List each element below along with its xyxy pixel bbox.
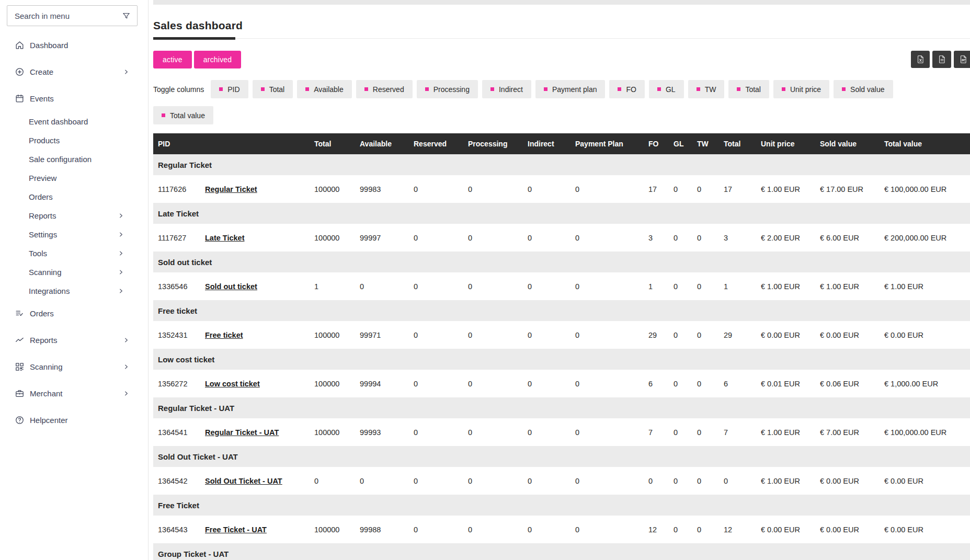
cell-total-value: € 0.00 EUR: [884, 477, 970, 485]
cell-indirect: 0: [528, 282, 575, 291]
sidebar-item-helpcenter[interactable]: Helpcenter: [0, 407, 148, 433]
cell-tw: 0: [697, 525, 724, 534]
cell-fo: 7: [648, 428, 674, 437]
chip-label: Total value: [170, 111, 205, 120]
sidebar-item-products[interactable]: Products: [0, 131, 148, 150]
toggle-chip-total[interactable]: Total: [728, 80, 769, 98]
sidebar-item-events[interactable]: Events: [0, 85, 148, 112]
toggle-chip-indirect[interactable]: Indirect: [482, 80, 531, 98]
chevron-right-icon: [118, 269, 124, 275]
sidebar-item-label: Merchant: [30, 389, 63, 398]
ticket-link[interactable]: Late Ticket: [205, 234, 245, 242]
horizontal-scrollbar[interactable]: [153, 0, 970, 5]
ticket-link[interactable]: Free ticket: [205, 331, 243, 339]
sidebar-item-preview[interactable]: Preview: [0, 168, 148, 187]
cell-total-2: 6: [724, 380, 761, 388]
toggle-chip-gl[interactable]: GL: [649, 80, 684, 98]
toggle-chip-total-value[interactable]: Total value: [153, 106, 213, 124]
cell-available: 0: [360, 477, 414, 485]
chevron-right-icon: [123, 364, 129, 370]
cell-sold-value: € 17.00 EUR: [820, 185, 884, 193]
toggle-chip-tw[interactable]: TW: [688, 80, 725, 98]
cell-sold-value: € 0.06 EUR: [820, 380, 884, 388]
sidebar-item-dashboard[interactable]: Dashboard: [0, 32, 148, 59]
header-cell-processing: Processing: [468, 140, 528, 148]
group-header-row: Free ticket: [153, 300, 970, 321]
filter-icon[interactable]: [122, 12, 131, 20]
sidebar-item-label: Settings: [29, 230, 57, 239]
ticket-link[interactable]: Free Ticket - UAT: [205, 525, 267, 534]
cell-indirect: 0: [528, 477, 575, 485]
cell-pid: 1356272: [153, 380, 205, 388]
ticket-link[interactable]: Regular Ticket: [205, 185, 257, 193]
toggle-chip-available[interactable]: Available: [297, 80, 352, 98]
cell-payment-plan: 0: [575, 525, 648, 534]
cell-processing: 0: [468, 428, 528, 437]
chip-label: Sold value: [850, 85, 884, 94]
cell-total-2: 7: [724, 428, 761, 437]
group-header-row: Free Ticket: [153, 495, 970, 516]
cell-unit-price: € 1.00 EUR: [761, 428, 820, 437]
chip-bullet-icon: [425, 87, 429, 91]
toggle-chips-row2: Total value: [153, 106, 970, 124]
sidebar-item-reports[interactable]: Reports: [0, 206, 148, 225]
toggle-chip-unit-price[interactable]: Unit price: [773, 80, 829, 98]
file-pdf-export-button[interactable]: [954, 51, 970, 68]
cell-fo: 29: [648, 331, 674, 339]
sidebar-item-reports[interactable]: Reports: [0, 327, 148, 353]
toggle-chip-sold-value[interactable]: Sold value: [834, 80, 893, 98]
sidebar-item-event-dashboard[interactable]: Event dashboard: [0, 112, 148, 131]
ticket-link[interactable]: Sold Out Ticket - UAT: [205, 477, 282, 485]
sidebar-item-sale-configuration[interactable]: Sale configuration: [0, 150, 148, 168]
sidebar-item-integrations[interactable]: Integrations: [0, 281, 148, 300]
sidebar-item-label: Scanning: [29, 268, 62, 277]
menu-search-input[interactable]: [7, 12, 122, 20]
qr-icon: [14, 362, 25, 372]
sidebar-item-label: Orders: [30, 309, 54, 318]
sidebar-item-merchant[interactable]: Merchant: [0, 380, 148, 407]
sidebar-item-label: Event dashboard: [29, 117, 88, 126]
chevron-right-icon: [118, 213, 124, 219]
toggle-chip-reserved[interactable]: Reserved: [356, 80, 413, 98]
toggle-chip-fo[interactable]: FO: [609, 80, 644, 98]
cell-available: 99997: [360, 234, 414, 242]
sidebar-item-label: Integrations: [29, 287, 70, 295]
cell-total-2: 0: [724, 477, 761, 485]
active-filter-button[interactable]: active: [153, 51, 192, 68]
toggle-chip-pid[interactable]: PID: [211, 80, 248, 98]
cell-reserved: 0: [414, 234, 468, 242]
chip-bullet-icon: [697, 87, 700, 91]
ticket-link[interactable]: Regular Ticket - UAT: [205, 428, 279, 437]
ticket-link[interactable]: Sold out ticket: [205, 282, 257, 291]
toggle-chip-processing[interactable]: Processing: [417, 80, 478, 98]
toggle-chip-total[interactable]: Total: [253, 80, 293, 98]
cell-unit-price: € 1.00 EUR: [761, 185, 820, 193]
file-lines-export-button[interactable]: [932, 51, 951, 68]
table-row: 1117627Late Ticket1000009999700003003€ 2…: [153, 224, 970, 252]
cell-gl: 0: [674, 477, 697, 485]
sidebar-item-label: Helpcenter: [30, 416, 68, 425]
sidebar: DashboardCreateEventsEvent dashboardProd…: [0, 0, 149, 560]
table-row: 1352431Free ticket100000999710000290029€…: [153, 321, 970, 349]
sidebar-item-settings[interactable]: Settings: [0, 225, 148, 244]
cell-available: 99971: [360, 331, 414, 339]
sidebar-item-scanning[interactable]: Scanning: [0, 262, 148, 281]
file-excel-export-button[interactable]: [911, 51, 930, 68]
archived-filter-button[interactable]: archived: [194, 51, 242, 68]
cell-payment-plan: 0: [575, 380, 648, 388]
sidebar-item-orders[interactable]: Orders: [0, 300, 148, 327]
sidebar-item-create[interactable]: Create: [0, 59, 148, 85]
toggle-chip-payment-plan[interactable]: Payment plan: [535, 80, 606, 98]
cell-processing: 0: [468, 234, 528, 242]
menu-search-box: [7, 5, 138, 26]
cell-name: Free Ticket - UAT: [205, 525, 314, 534]
main-area: Sales dashboard activearchived Toggle co…: [149, 0, 970, 560]
cell-sold-value: € 0.00 EUR: [820, 331, 884, 339]
cell-total: 100000: [314, 331, 360, 339]
sidebar-item-tools[interactable]: Tools: [0, 244, 148, 262]
sidebar-item-orders[interactable]: Orders: [0, 187, 148, 206]
group-header-row: Sold out ticket: [153, 252, 970, 272]
sidebar-item-scanning[interactable]: Scanning: [0, 353, 148, 380]
cell-available: 99993: [360, 428, 414, 437]
ticket-link[interactable]: Low cost ticket: [205, 380, 260, 388]
